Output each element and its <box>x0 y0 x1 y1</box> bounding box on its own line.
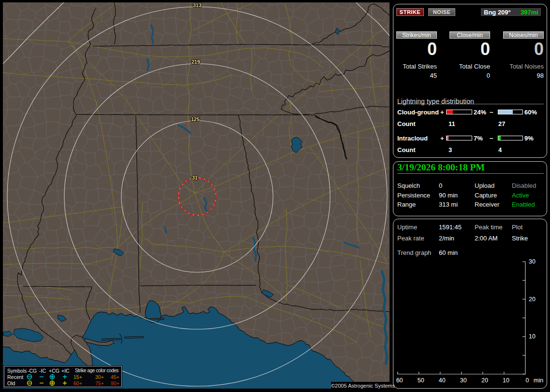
svg-text:10: 10 <box>529 333 536 340</box>
svg-text:31: 31 <box>192 175 198 181</box>
svg-text:40: 40 <box>439 377 446 384</box>
svg-text:20: 20 <box>529 296 536 303</box>
svg-text:50: 50 <box>418 377 424 384</box>
svg-text:min: min <box>534 377 543 384</box>
svg-text:60: 60 <box>396 377 403 384</box>
svg-text:20: 20 <box>481 377 488 384</box>
svg-text:30: 30 <box>529 258 536 265</box>
svg-text:313: 313 <box>193 2 202 8</box>
svg-text:125: 125 <box>191 116 200 122</box>
svg-text:0: 0 <box>526 377 529 384</box>
svg-text:10: 10 <box>503 377 509 384</box>
svg-text:30: 30 <box>460 377 467 384</box>
svg-text:219: 219 <box>191 59 200 65</box>
